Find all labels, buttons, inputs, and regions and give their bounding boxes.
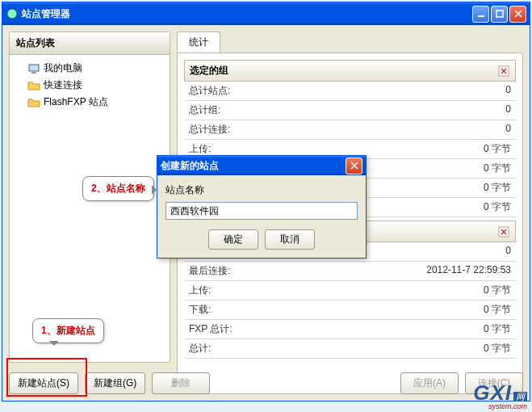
svg-rect-1 bbox=[478, 15, 484, 17]
stat-value: 0 字节 bbox=[484, 322, 511, 336]
stat-label: 上传: bbox=[189, 142, 211, 156]
stat-label: 下载: bbox=[189, 303, 211, 317]
stat-label: 上传: bbox=[189, 284, 211, 297]
delete-button[interactable]: 删除 bbox=[152, 372, 210, 394]
new-site-dialog: 创建新的站点 站点名称 确定 取消 bbox=[157, 155, 367, 259]
stat-value: 0 字节 bbox=[484, 162, 511, 175]
tree-item-quickconnect[interactable]: 快速连接 bbox=[15, 77, 165, 94]
stat-value: 0 字节 bbox=[484, 200, 511, 214]
tree-item-flashfxp[interactable]: FlashFXP 站点 bbox=[15, 94, 165, 111]
stat-row: 上传:0 字节 bbox=[184, 281, 516, 301]
stat-label: 总计连接: bbox=[189, 123, 230, 137]
stat-value: 0 字节 bbox=[484, 181, 511, 195]
stat-row: 总计:0 字节 bbox=[184, 339, 516, 359]
window-title: 站点管理器 bbox=[22, 7, 472, 21]
stat-row: 总计连接:0 bbox=[184, 120, 516, 140]
stat-label: 最后连接: bbox=[189, 264, 230, 278]
apply-button[interactable]: 应用(A) bbox=[400, 372, 459, 394]
tree-label: FlashFXP 站点 bbox=[44, 95, 108, 109]
maximize-button[interactable] bbox=[491, 6, 508, 23]
stat-value: 2012-11-7 22:59:53 bbox=[426, 264, 511, 278]
stat-row: 最后连接:2012-11-7 22:59:53 bbox=[184, 262, 516, 281]
watermark: GXI网 system.com bbox=[473, 380, 527, 410]
main-titlebar[interactable]: 站点管理器 bbox=[2, 2, 530, 25]
svg-point-0 bbox=[7, 9, 17, 19]
new-site-button[interactable]: 新建站点(S) bbox=[9, 372, 78, 394]
svg-rect-2 bbox=[496, 11, 503, 17]
ok-button[interactable]: 确定 bbox=[208, 229, 258, 250]
dialog-titlebar[interactable]: 创建新的站点 bbox=[157, 156, 366, 175]
stat-value: 0 bbox=[505, 103, 511, 117]
stat-value: 0 字节 bbox=[484, 303, 511, 317]
tab-stats[interactable]: 统计 bbox=[177, 32, 220, 53]
close-button[interactable] bbox=[509, 6, 526, 23]
site-tree[interactable]: 我的电脑 快速连接 FlashFXP 站点 bbox=[10, 55, 170, 362]
site-name-input[interactable] bbox=[165, 202, 358, 220]
stat-row: FXP 总计:0 字节 bbox=[184, 320, 516, 339]
stat-value: 0 字节 bbox=[484, 284, 511, 297]
tree-label: 我的电脑 bbox=[44, 61, 82, 75]
stat-label: FXP 总计: bbox=[189, 322, 232, 336]
bottom-toolbar: 新建站点(S) 新建组(G) 删除 应用(A) 连接(C) bbox=[9, 372, 523, 394]
watermark-net: 网 bbox=[513, 392, 527, 401]
delete-icon[interactable] bbox=[497, 225, 510, 238]
watermark-gx: GXI bbox=[473, 380, 512, 405]
stat-value: 0 bbox=[505, 123, 511, 137]
stat-label: 总计: bbox=[189, 342, 211, 355]
annotation-callout-2: 2、站点名称 bbox=[82, 176, 154, 201]
app-icon bbox=[6, 7, 19, 20]
site-name-label: 站点名称 bbox=[165, 183, 358, 197]
stat-value: 0 字节 bbox=[484, 142, 511, 156]
new-group-button[interactable]: 新建组(G) bbox=[85, 372, 145, 394]
stat-label: 总计站点: bbox=[189, 84, 230, 98]
tree-label: 快速连接 bbox=[44, 78, 82, 92]
stat-value: 0 bbox=[505, 245, 511, 259]
stat-value: 0 bbox=[505, 84, 511, 98]
stat-row: 下载:0 字节 bbox=[184, 301, 516, 320]
svg-rect-3 bbox=[29, 65, 39, 71]
computer-icon bbox=[27, 62, 40, 75]
group-header-label: 选定的组 bbox=[190, 64, 228, 78]
stat-row: 总计站点:0 bbox=[184, 82, 516, 101]
dialog-title: 创建新的站点 bbox=[161, 159, 346, 173]
group-section-header: 选定的组 bbox=[184, 60, 516, 82]
dialog-close-button[interactable] bbox=[346, 158, 362, 174]
svg-rect-4 bbox=[31, 72, 36, 74]
folder-icon bbox=[27, 96, 40, 109]
stat-row: 总计组:0 bbox=[184, 101, 516, 120]
delete-icon[interactable] bbox=[497, 65, 510, 78]
stat-label: 总计组: bbox=[189, 103, 220, 117]
site-list-header: 站点列表 bbox=[10, 32, 170, 55]
minimize-button[interactable] bbox=[472, 6, 489, 23]
cancel-button[interactable]: 取消 bbox=[265, 229, 315, 250]
annotation-callout-1: 1、新建站点 bbox=[32, 318, 104, 343]
stat-value: 0 字节 bbox=[484, 342, 511, 355]
folder-icon bbox=[27, 79, 40, 92]
tree-item-mycomputer[interactable]: 我的电脑 bbox=[15, 60, 165, 77]
